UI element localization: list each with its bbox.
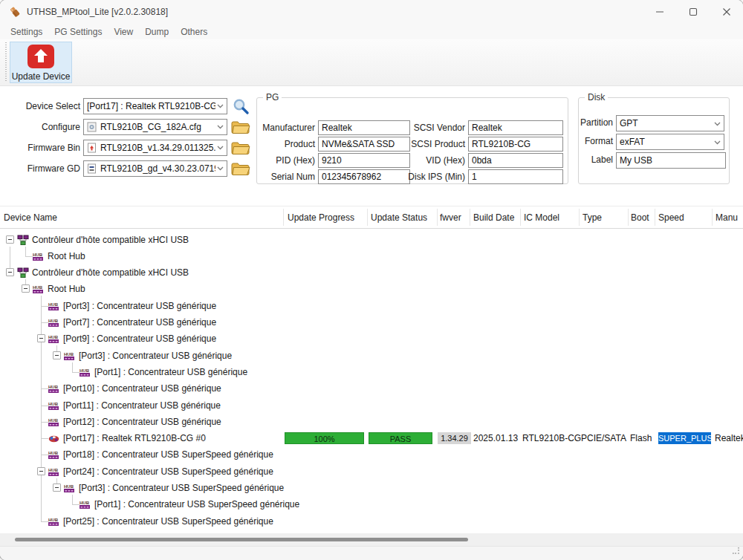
column-header-update-progress[interactable]: Update Progress (288, 206, 354, 229)
hub-icon: HUB (48, 301, 59, 314)
column-separator (579, 209, 580, 226)
menu-item-others[interactable]: Others (175, 27, 213, 37)
chevron-down-icon[interactable] (714, 118, 721, 128)
column-header-device-name[interactable]: Device Name (4, 206, 57, 229)
column-header-boot[interactable]: Boot (631, 206, 649, 229)
tree-item[interactable]: HUB[Port9] : Concentrateur USB générique (0, 331, 743, 347)
tree-item[interactable]: HUB[Port3] : Concentrateur USB SuperSpee… (0, 480, 743, 496)
field-label: Manufacturer (257, 120, 315, 135)
chevron-down-icon[interactable] (217, 146, 224, 150)
column-header-update-status[interactable]: Update Status (371, 206, 427, 229)
browse-firmware-bin-button[interactable] (230, 138, 251, 157)
tree-item[interactable]: HUB[Port24] : Concentrateur USB SuperSpe… (0, 463, 743, 480)
tree-item[interactable]: HUB[Port12] : Concentrateur USB génériqu… (0, 414, 743, 430)
chevron-down-icon[interactable] (217, 104, 224, 108)
speed-badge: SUPER_PLUS (658, 432, 711, 444)
tree-item[interactable]: HUBRoot Hub (0, 248, 743, 264)
titlebar[interactable]: UTHSB_MPtool_Lite [v2.0.2.30818] (0, 0, 743, 24)
combo-partition[interactable]: GPT (616, 115, 724, 131)
chevron-down-icon[interactable] (217, 166, 224, 171)
field-input[interactable] (468, 169, 563, 184)
maximize-button[interactable] (676, 0, 710, 24)
tree-item[interactable]: HUB[Port7] : Concentrateur USB générique (0, 314, 743, 331)
tree-expander-minus[interactable] (6, 235, 14, 244)
tree-expander-minus[interactable] (37, 334, 45, 342)
menu-item-view[interactable]: View (108, 27, 139, 37)
combo-device-select[interactable]: [Port17] : Realtek RTL9210B-CG #0 (83, 98, 227, 114)
browse-configure-button[interactable] (230, 117, 251, 137)
toolbar-gripper[interactable] (5, 42, 7, 82)
combo-firmware-bin[interactable]: RTL9210B_v1.34.29.011325.bin (83, 140, 227, 156)
field-input[interactable] (468, 120, 563, 135)
column-header-fwver[interactable]: fwver (440, 206, 461, 229)
tree-item[interactable]: HUB[Port10] : Concentrateur USB génériqu… (0, 380, 743, 397)
tree-item[interactable]: HUB[Port3] : Concentrateur USB générique (0, 348, 743, 364)
update-device-label: Update Device (12, 71, 71, 82)
chevron-down-icon[interactable] (714, 137, 721, 147)
combo-value: exFAT (620, 137, 714, 147)
tree-item-label: [Port9] : Concentrateur USB générique (63, 331, 216, 347)
close-button[interactable] (710, 0, 743, 24)
tree-connector-dash (72, 372, 80, 373)
tree-item[interactable]: HUB[Port11] : Concentrateur USB génériqu… (0, 397, 743, 414)
tree-connector-dash (25, 256, 33, 257)
hub-icon: HUB (48, 400, 59, 414)
column-header-manu[interactable]: Manu (716, 206, 738, 229)
minimize-button[interactable] (643, 0, 676, 24)
browse-firmware-gd-button[interactable] (230, 159, 251, 178)
tree-expander-minus[interactable] (53, 484, 61, 492)
tree-item[interactable]: HUB[Port1] : Concentrateur USB SuperSpee… (0, 496, 743, 512)
tree-item[interactable]: HUB[Port18] : Concentrateur USB SuperSpe… (0, 446, 743, 463)
tree-item[interactable]: Contrôleur d'hôte compatible xHCI USB (0, 232, 743, 248)
svg-text:HUB: HUB (48, 518, 59, 522)
field-label: Format (579, 134, 613, 149)
combo-value: RTL9210B_v1.34.29.011325.bin (100, 143, 215, 153)
tree-connector-dash (41, 322, 48, 323)
combo-format[interactable]: exFAT (616, 134, 724, 150)
menu-item-settings[interactable]: Settings (4, 27, 48, 37)
field-input[interactable] (468, 137, 563, 152)
tree-item[interactable]: HUBRoot Hub (0, 281, 743, 297)
pg-group-title: PG (263, 92, 282, 102)
column-header-speed[interactable]: Speed (658, 206, 684, 229)
column-header-ic-model[interactable]: IC Model (524, 206, 559, 229)
hub-icon: HUB (48, 516, 59, 530)
hub-icon: HUB (48, 449, 59, 463)
tree-expander-minus[interactable] (37, 467, 45, 475)
tree-item[interactable]: HUB[Port25] : Concentrateur USB SuperSpe… (0, 513, 743, 530)
horizontal-scrollbar[interactable] (0, 533, 743, 546)
build-date-cell: 2025.01.13 (473, 430, 518, 446)
column-header-build-date[interactable]: Build Date (473, 206, 514, 229)
tree-connector-dash (41, 388, 48, 389)
usb-controller-icon (17, 235, 29, 248)
menu-item-dump[interactable]: Dump (139, 27, 175, 37)
tree-item-label: [Port25] : Concentrateur USB SuperSpeed … (63, 513, 273, 530)
hub-icon: HUB (33, 284, 44, 297)
tree-expander-minus[interactable] (6, 268, 14, 276)
menu-item-pg-settings[interactable]: PG Settings (48, 27, 108, 37)
type-cell: PCIE/SATA (581, 430, 626, 446)
column-separator (712, 209, 713, 226)
tree-item[interactable]: [Port17] : Realtek RTL9210B-CG #0100%PAS… (0, 430, 743, 446)
scrollbar-thumb[interactable] (15, 538, 468, 541)
tree-item-label: [Port1] : Concentrateur USB générique (94, 364, 247, 380)
toolbar: Update Device (0, 39, 743, 86)
tree-connector-line (41, 296, 42, 521)
chevron-down-icon[interactable] (217, 125, 224, 129)
fwver-badge: 1.34.29 (438, 432, 471, 444)
status-badge: PASS (369, 432, 432, 444)
disk-label-input[interactable] (616, 152, 726, 169)
svg-text:HUB: HUB (48, 402, 59, 406)
tree-expander-minus[interactable] (22, 284, 30, 293)
resize-grip-icon[interactable] (733, 544, 740, 558)
update-device-button[interactable]: Update Device (10, 42, 72, 83)
combo-configure[interactable]: RTL9210B_CG_182A.cfg (83, 119, 227, 135)
search-device-button[interactable] (230, 97, 251, 116)
tree-item[interactable]: HUB[Port1] : Concentrateur USB générique (0, 364, 743, 380)
combo-firmware-gd[interactable]: RTL9210B_gd_v4.30.23.071922.bin (83, 160, 227, 177)
tree-expander-minus[interactable] (53, 351, 61, 359)
tree-item[interactable]: Contrôleur d'hôte compatible xHCI USB (0, 264, 743, 281)
tree-item[interactable]: HUB[Port3] : Concentrateur USB générique (0, 298, 743, 314)
column-header-type[interactable]: Type (583, 206, 602, 229)
field-input[interactable] (468, 153, 563, 168)
